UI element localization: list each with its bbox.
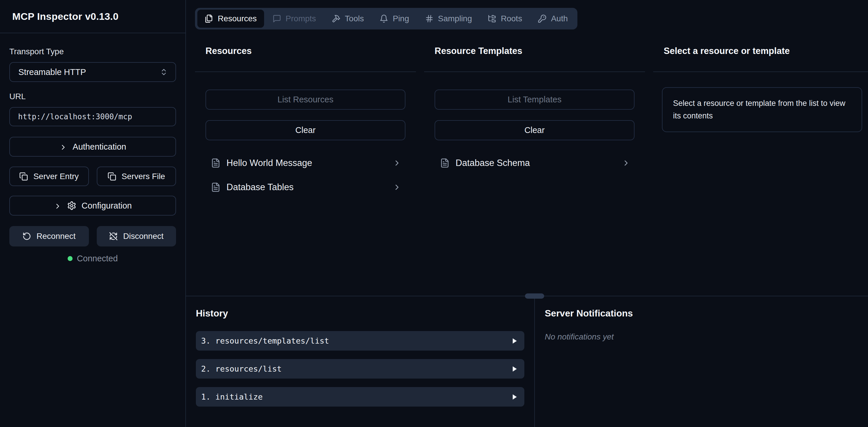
bottom-section: History 3. resources/templates/list 2. r…	[186, 296, 868, 427]
server-notifications-panel: Server Notifications No notifications ye…	[535, 296, 868, 427]
detail-panel-title: Select a resource or template	[664, 46, 858, 56]
chevron-right-icon	[54, 202, 62, 210]
copy-icon	[107, 172, 116, 181]
mcp-inspector-app: MCP Inspector v0.13.0 Transport Type Str…	[0, 0, 868, 427]
tabbar: Resources Prompts Tools Ping	[195, 8, 578, 29]
play-icon	[511, 338, 518, 344]
notifications-empty-message: No notifications yet	[545, 332, 858, 342]
message-square-icon	[273, 14, 281, 23]
templates-panel-title: Resource Templates	[435, 46, 634, 56]
files-icon	[205, 14, 213, 23]
rotate-ccw-icon	[23, 232, 31, 240]
configuration-button[interactable]: Configuration	[9, 196, 176, 216]
notifications-title: Server Notifications	[545, 308, 858, 319]
tab-tools[interactable]: Tools	[324, 10, 371, 28]
hammer-icon	[332, 14, 340, 23]
chevron-right-icon	[393, 159, 401, 167]
content-columns: Resources List Resources Clear Hello Wor…	[186, 29, 868, 296]
resources-panel-title: Resources	[206, 46, 405, 56]
resource-item-database-tables[interactable]: Database Tables	[206, 181, 405, 194]
tabbar-wrap: Resources Prompts Tools Ping	[186, 0, 868, 29]
chevrons-up-down-icon	[160, 68, 168, 76]
status-dot-icon	[68, 256, 72, 261]
sidebar-header: MCP Inspector v0.13.0	[0, 0, 185, 33]
bell-icon	[379, 14, 388, 23]
resize-handle[interactable]	[525, 293, 544, 299]
server-entry-button[interactable]: Server Entry	[9, 167, 89, 186]
hash-icon	[425, 14, 434, 23]
tab-prompts[interactable]: Prompts	[265, 10, 323, 28]
detail-placeholder: Select a resource or template from the l…	[662, 87, 862, 132]
app-title: MCP Inspector v0.13.0	[12, 11, 119, 22]
template-item-database-schema[interactable]: Database Schema	[435, 156, 634, 169]
servers-file-button[interactable]: Servers File	[97, 167, 176, 186]
list-templates-button[interactable]: List Templates	[435, 89, 634, 110]
clear-resources-button[interactable]: Clear	[206, 120, 405, 140]
sidebar: MCP Inspector v0.13.0 Transport Type Str…	[0, 0, 186, 427]
history-list: 3. resources/templates/list 2. resources…	[196, 331, 524, 406]
copy-icon	[19, 172, 28, 181]
chevron-right-icon	[393, 183, 401, 192]
resource-templates-panel: Resource Templates List Templates Clear …	[424, 46, 645, 296]
tab-ping[interactable]: Ping	[372, 10, 416, 28]
history-entry-1[interactable]: 1. initialize	[196, 387, 524, 406]
folder-tree-icon	[488, 14, 496, 23]
url-input[interactable]: http://localhost:3000/mcp	[9, 107, 176, 126]
templates-list: Database Schema	[435, 156, 634, 169]
resource-item-hello-world[interactable]: Hello World Message	[206, 156, 405, 169]
file-text-icon	[440, 158, 450, 168]
transport-type-label: Transport Type	[9, 47, 176, 56]
play-icon	[511, 394, 518, 400]
url-label: URL	[9, 92, 176, 101]
panel-divider	[534, 296, 535, 427]
history-title: History	[196, 308, 524, 319]
play-icon	[511, 366, 518, 372]
connection-status: Connected	[9, 254, 176, 263]
clear-templates-button[interactable]: Clear	[435, 120, 634, 140]
sidebar-body: Transport Type Streamable HTTP URL http:…	[0, 33, 185, 263]
tab-auth[interactable]: Auth	[530, 10, 575, 28]
tab-roots[interactable]: Roots	[480, 10, 529, 28]
list-resources-button[interactable]: List Resources	[206, 89, 405, 110]
tab-resources[interactable]: Resources	[197, 10, 264, 28]
disconnect-button[interactable]: Disconnect	[97, 226, 176, 247]
url-value: http://localhost:3000/mcp	[18, 112, 132, 121]
history-entry-2[interactable]: 2. resources/list	[196, 359, 524, 378]
history-panel: History 3. resources/templates/list 2. r…	[186, 296, 534, 427]
key-icon	[538, 14, 547, 23]
detail-panel: Select a resource or template Select a r…	[653, 46, 868, 296]
transport-type-value: Streamable HTTP	[18, 67, 86, 77]
main-area: Resources Prompts Tools Ping	[186, 0, 868, 427]
gear-icon	[67, 201, 76, 210]
resources-panel: Resources List Resources Clear Hello Wor…	[195, 46, 416, 296]
connection-buttons-row: Reconnect Disconnect	[9, 226, 176, 247]
server-buttons-row: Server Entry Servers File	[9, 167, 176, 186]
history-entry-3[interactable]: 3. resources/templates/list	[196, 331, 524, 350]
refresh-off-icon	[109, 232, 118, 240]
file-text-icon	[211, 158, 221, 168]
tab-sampling[interactable]: Sampling	[418, 10, 479, 28]
main-top-section: Resources Prompts Tools Ping	[186, 0, 868, 296]
reconnect-button[interactable]: Reconnect	[9, 226, 89, 247]
authentication-button[interactable]: Authentication	[9, 137, 176, 156]
file-text-icon	[211, 182, 221, 192]
chevron-right-icon	[622, 159, 630, 167]
transport-type-select[interactable]: Streamable HTTP	[9, 62, 176, 82]
resources-list: Hello World Message Database Tables	[206, 156, 405, 194]
chevron-right-icon	[59, 143, 67, 151]
status-text: Connected	[77, 254, 118, 263]
